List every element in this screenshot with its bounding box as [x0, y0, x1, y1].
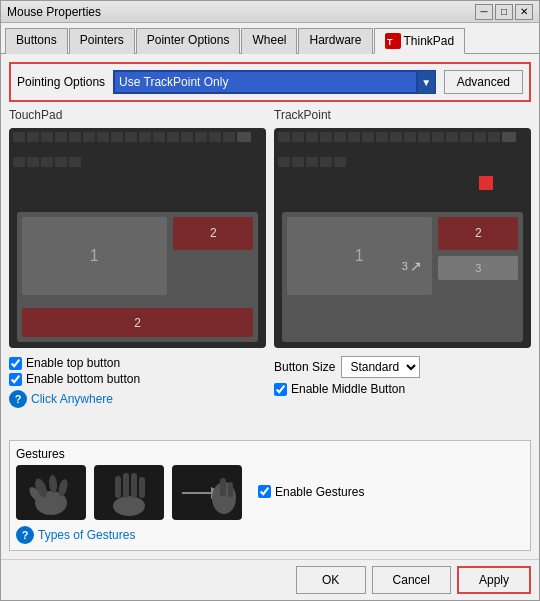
title-bar-buttons: ─ □ ✕ [475, 4, 533, 20]
types-of-gestures-row[interactable]: ? Types of Gestures [16, 526, 524, 544]
gesture-image-2 [94, 465, 164, 520]
svg-point-4 [48, 474, 58, 493]
enable-bottom-button-checkbox[interactable] [9, 373, 22, 386]
apply-button[interactable]: Apply [457, 566, 531, 594]
tab-thinkpad[interactable]: T ThinkPad [374, 28, 466, 54]
trackpoint-label: TrackPoint [274, 108, 531, 122]
svg-rect-15 [228, 482, 233, 497]
gestures-help-icon: ? [16, 526, 34, 544]
svg-rect-14 [220, 478, 226, 496]
svg-text:T: T [387, 37, 393, 47]
thinkpad-icon: T [385, 33, 401, 49]
types-of-gestures-label: Types of Gestures [38, 528, 135, 542]
click-anywhere-label: Click Anywhere [31, 392, 113, 406]
pointing-options-dropdown-container: Use TrackPoint Only ▼ [113, 70, 436, 94]
trackpoint-zone3: 3 [438, 256, 518, 279]
gestures-section-label: Gestures [16, 447, 524, 461]
enable-gestures-container: Enable Gestures [258, 485, 364, 501]
enable-middle-button-row: Enable Middle Button [274, 382, 531, 396]
tab-pointer-options[interactable]: Pointer Options [136, 28, 241, 54]
touchpad-zone1: 1 [22, 217, 167, 295]
dropdown-wrapper[interactable]: Use TrackPoint Only ▼ [113, 70, 436, 94]
trackpoint-panel: TrackPoint [274, 108, 531, 434]
enable-top-button-checkbox[interactable] [9, 357, 22, 370]
tab-hardware[interactable]: Hardware [298, 28, 372, 54]
pointing-options-label: Pointing Options [17, 75, 105, 89]
touchpad-panel: TouchPad [9, 108, 266, 434]
enable-top-button-row: Enable top button [9, 356, 266, 370]
enable-middle-button-checkbox[interactable] [274, 383, 287, 396]
dropdown-arrow-icon[interactable]: ▼ [417, 71, 435, 93]
minimize-button[interactable]: ─ [475, 4, 493, 20]
main-content: Pointing Options Use TrackPoint Only ▼ A… [1, 54, 539, 559]
tab-pointers[interactable]: Pointers [69, 28, 135, 54]
enable-top-button-label: Enable top button [26, 356, 120, 370]
gestures-box: Gestures [9, 440, 531, 551]
enable-bottom-button-label: Enable bottom button [26, 372, 140, 386]
maximize-button[interactable]: □ [495, 4, 513, 20]
enable-gestures-label: Enable Gestures [275, 485, 364, 499]
trackpoint-zone2-top: 2 [438, 217, 518, 250]
touchpad-label: TouchPad [9, 108, 266, 122]
svg-point-7 [113, 496, 145, 516]
enable-bottom-button-row: Enable bottom button [9, 372, 266, 386]
touchpad-options: Enable top button Enable bottom button ?… [9, 356, 266, 408]
touchpad-zone2-bottom: 2 [22, 308, 253, 337]
gesture-image-1 [16, 465, 86, 520]
svg-rect-8 [115, 476, 121, 498]
button-size-label: Button Size [274, 360, 335, 374]
mouse-properties-window: Mouse Properties ─ □ ✕ Buttons Pointers … [0, 0, 540, 601]
gestures-content: Enable Gestures [16, 465, 524, 520]
tab-bar: Buttons Pointers Pointer Options Wheel H… [1, 23, 539, 54]
button-size-row: Button Size Standard [274, 356, 531, 378]
close-button[interactable]: ✕ [515, 4, 533, 20]
window-title: Mouse Properties [7, 5, 101, 19]
enable-middle-button-label: Enable Middle Button [291, 382, 405, 396]
trackpoint-zone1: 1 [287, 217, 432, 295]
touchpad-zone2-top: 2 [173, 217, 253, 250]
trackpoint-arrow: 3 ↗ [402, 258, 422, 274]
touchpad-diagram: 1 2 2 [9, 128, 266, 348]
trackpoint-diagram: 1 2 3 3 ↗ [274, 128, 531, 348]
tab-wheel[interactable]: Wheel [241, 28, 297, 54]
enable-gestures-row: Enable Gestures [258, 485, 364, 499]
advanced-button[interactable]: Advanced [444, 70, 523, 94]
svg-rect-9 [123, 473, 129, 498]
pointing-options-dropdown[interactable]: Use TrackPoint Only [114, 71, 417, 93]
title-bar: Mouse Properties ─ □ ✕ [1, 1, 539, 23]
gesture-image-3 [172, 465, 242, 520]
ok-button[interactable]: OK [296, 566, 366, 594]
svg-rect-10 [131, 473, 137, 498]
pointing-options-box: Pointing Options Use TrackPoint Only ▼ A… [9, 62, 531, 102]
click-anywhere-row[interactable]: ? Click Anywhere [9, 390, 266, 408]
trackpoint-dot [479, 176, 493, 190]
tab-buttons[interactable]: Buttons [5, 28, 68, 54]
panels-row: TouchPad [9, 108, 531, 434]
enable-gestures-checkbox[interactable] [258, 485, 271, 498]
button-size-select[interactable]: Standard [341, 356, 420, 378]
bottom-buttons-bar: OK Cancel Apply [1, 559, 539, 600]
cancel-button[interactable]: Cancel [372, 566, 451, 594]
click-anywhere-icon: ? [9, 390, 27, 408]
svg-rect-11 [139, 477, 145, 498]
trackpoint-options: Button Size Standard Enable Middle Butto… [274, 356, 531, 398]
